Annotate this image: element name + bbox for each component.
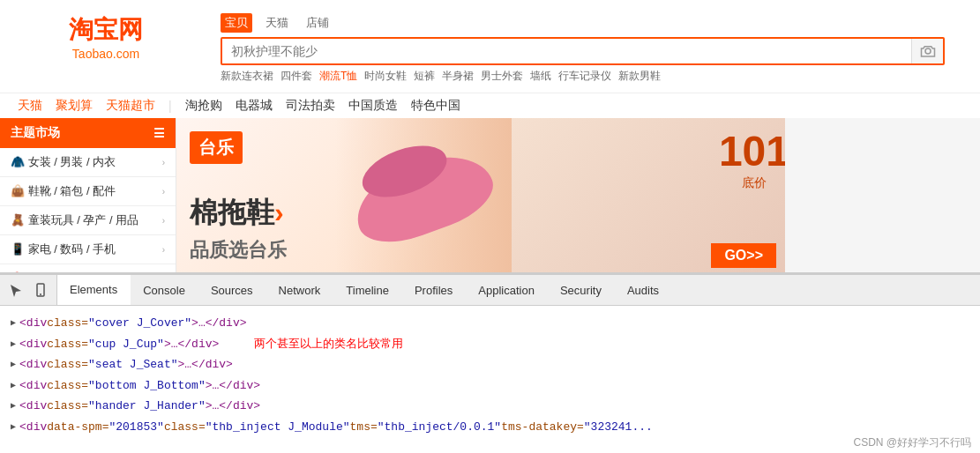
tab-profiles[interactable]: Profiles	[402, 275, 466, 305]
nav-juhuasuan[interactable]: 聚划算	[56, 98, 93, 114]
tab-application[interactable]: Application	[466, 275, 548, 305]
search-tab-baobei[interactable]: 宝贝	[221, 13, 252, 33]
sidebar-item-kids[interactable]: 🧸 童装玩具 / 孕产 / 用品 ›	[0, 206, 176, 235]
code-line-1: ▶ <div class= "cover J_Cover" >…</div>	[11, 313, 969, 334]
devtools-content-wrapper: ▶ <div class= "cover J_Cover" >…</div> ▶…	[0, 306, 980, 453]
tab-elements[interactable]: Elements	[57, 275, 131, 305]
logo-taobao-en: Taobao.com	[18, 47, 194, 61]
logo-area: 淘宝网 Taobao.com	[18, 9, 194, 61]
sidebar-menu-icon[interactable]: ☰	[153, 126, 165, 140]
banner-di: 底价	[719, 175, 785, 191]
devtools-icons	[0, 275, 57, 305]
logo-taobao-cn: 淘宝网	[18, 13, 194, 47]
devtools-content: ▶ <div class= "cover J_Cover" >…</div> ▶…	[0, 306, 980, 453]
watermark: CSDN @好好学习不行吗	[853, 435, 971, 450]
tab-network[interactable]: Network	[266, 275, 334, 305]
nav-tianmao[interactable]: 天猫	[18, 98, 42, 114]
tag-lianyi[interactable]: 新款连衣裙	[221, 69, 273, 84]
tag-chaoliu[interactable]: 潮流T恤	[319, 69, 357, 84]
sidebar: 主题市场 ☰ 🧥 女装 / 男装 / 内衣 › 👜 鞋靴 / 箱包 / 配件 ›…	[0, 118, 176, 273]
tab-audits[interactable]: Audits	[615, 275, 672, 305]
sidebar-item-shoes[interactable]: 👜 鞋靴 / 箱包 / 配件 ›	[0, 177, 176, 206]
mobile-icon[interactable]	[32, 281, 49, 299]
sidebar-item-clothing[interactable]: 🧥 女装 / 男装 / 内衣 ›	[0, 148, 176, 177]
code-line-6: ▶ <div data-spm= "201853" class= "thb_in…	[11, 417, 969, 438]
nav-sifa[interactable]: 司法拍卖	[286, 98, 335, 114]
search-tab-dianpu[interactable]: 店铺	[302, 13, 333, 33]
expand-icon[interactable]: ▶	[11, 316, 16, 330]
tab-sources[interactable]: Sources	[198, 275, 266, 305]
sidebar-item-label: 🧥 女装 / 男装 / 内衣	[11, 154, 116, 170]
sidebar-item-electronics[interactable]: 📱 家电 / 数码 / 手机 ›	[0, 235, 176, 264]
banner-logo: 台乐	[190, 131, 243, 164]
tag-duanku[interactable]: 短裤	[414, 69, 435, 84]
expand-icon[interactable]: ▶	[11, 420, 16, 434]
banner-101: 101 底价	[719, 127, 785, 191]
svg-point-0	[925, 48, 931, 54]
nav-tese[interactable]: 特色中国	[411, 98, 460, 114]
nav-taoqianggou[interactable]: 淘抢购	[185, 98, 222, 114]
banner-arrow: ›	[274, 197, 284, 228]
search-tags: 新款连衣裙 四件套 潮流T恤 时尚女鞋 短裤 半身裙 男士外套 墙纸 行车记录仪…	[221, 69, 945, 84]
code-line-4: ▶ <div class= "bottom J_Bottom" >…</div>	[11, 375, 969, 397]
banner-go-button[interactable]: GO>>	[711, 243, 776, 268]
expand-icon[interactable]: ▶	[11, 358, 16, 371]
code-line-5: ▶ <div class= "hander J_Hander" >…</div>	[11, 396, 969, 417]
banner-text1: 棉拖鞋›	[190, 194, 284, 233]
tag-sijiantao[interactable]: 四件套	[281, 69, 312, 84]
slipper-image	[345, 140, 502, 255]
tag-nanxie[interactable]: 新款男鞋	[618, 69, 661, 84]
browser-top: 淘宝网 Taobao.com 宝贝 天猫 店铺 新款连衣裙 四件套	[0, 0, 980, 273]
tag-banshenjun[interactable]: 半身裙	[442, 69, 474, 84]
sidebar-item-label: 👜 鞋靴 / 箱包 / 配件	[11, 183, 116, 199]
sidebar-item-label: 🧸 童装玩具 / 孕产 / 用品	[11, 212, 138, 228]
sidebar-item-beauty[interactable]: 💄 美妆 / 洗护 / 保健品 ›	[0, 264, 176, 273]
code-line-2: ▶ <div class= "cup J_Cup" >…</div> 两个甚至以…	[11, 334, 969, 355]
tag-qiangzhi[interactable]: 墙纸	[530, 69, 551, 84]
banner-area: 台乐 棉拖鞋› 品质选台乐 101 底价 GO>>	[176, 118, 980, 273]
cursor-icon[interactable]	[7, 281, 25, 299]
sidebar-item-label: 💄 美妆 / 洗护 / 保健品	[11, 271, 127, 273]
sidebar-title: 主题市场	[11, 125, 60, 141]
devtools-toolbar: Elements Console Sources Network Timelin…	[0, 275, 980, 306]
banner-image	[335, 118, 512, 273]
tab-timeline[interactable]: Timeline	[333, 275, 402, 305]
sidebar-item-label: 📱 家电 / 数码 / 手机	[11, 241, 116, 257]
devtools-panel: Elements Console Sources Network Timelin…	[0, 273, 980, 453]
nav-bar: 天猫 聚划算 天猫超市 | 淘抢购 电器城 司法拍卖 中国质造 特色中国	[0, 93, 980, 118]
nav-divider: |	[168, 99, 172, 113]
search-tab-tianmao[interactable]: 天猫	[261, 13, 293, 33]
chevron-right-icon: ›	[162, 158, 165, 167]
tag-xingche[interactable]: 行车记录仪	[558, 69, 611, 84]
main-content: 主题市场 ☰ 🧥 女装 / 男装 / 内衣 › 👜 鞋靴 / 箱包 / 配件 ›…	[0, 118, 980, 273]
expand-icon[interactable]: ▶	[11, 399, 16, 412]
code-comment-main: 两个甚至以上的类名比较常用	[254, 336, 403, 353]
chevron-right-icon: ›	[162, 187, 165, 197]
nav-zhizao[interactable]: 中国质造	[348, 98, 398, 114]
expand-icon[interactable]: ▶	[11, 379, 16, 392]
nav-dianqi[interactable]: 电器城	[236, 98, 273, 114]
tab-security[interactable]: Security	[548, 275, 615, 305]
tag-nanwaotao[interactable]: 男士外套	[481, 69, 523, 84]
nav-tianmao-chao[interactable]: 天猫超市	[106, 98, 155, 114]
camera-icon[interactable]	[911, 39, 943, 63]
sidebar-header: 主题市场 ☰	[0, 118, 176, 148]
expand-icon[interactable]: ▶	[11, 338, 16, 351]
search-input[interactable]	[222, 44, 911, 58]
devtools-tabs: Elements Console Sources Network Timelin…	[57, 275, 672, 305]
tab-console[interactable]: Console	[131, 275, 198, 305]
search-area: 宝贝 天猫 店铺 新款连衣裙 四件套 潮流T恤 时尚女鞋 短裤 半	[194, 9, 962, 84]
chevron-right-icon: ›	[162, 245, 165, 255]
banner-right: 101 底价 GO>>	[512, 118, 785, 273]
code-line-3: ▶ <div class= "seat J_Seat" >…</div>	[11, 354, 969, 375]
tag-nüxie[interactable]: 时尚女鞋	[364, 69, 407, 84]
taobao-header: 淘宝网 Taobao.com 宝贝 天猫 店铺 新款连衣裙 四件套	[0, 0, 980, 93]
banner-number: 101	[719, 127, 785, 175]
banner-main: 台乐 棉拖鞋› 品质选台乐	[176, 118, 512, 273]
search-box	[221, 37, 945, 65]
search-tabs: 宝贝 天猫 店铺	[221, 13, 945, 33]
banner-text2: 品质选台乐	[190, 237, 287, 264]
chevron-right-icon: ›	[162, 216, 165, 226]
